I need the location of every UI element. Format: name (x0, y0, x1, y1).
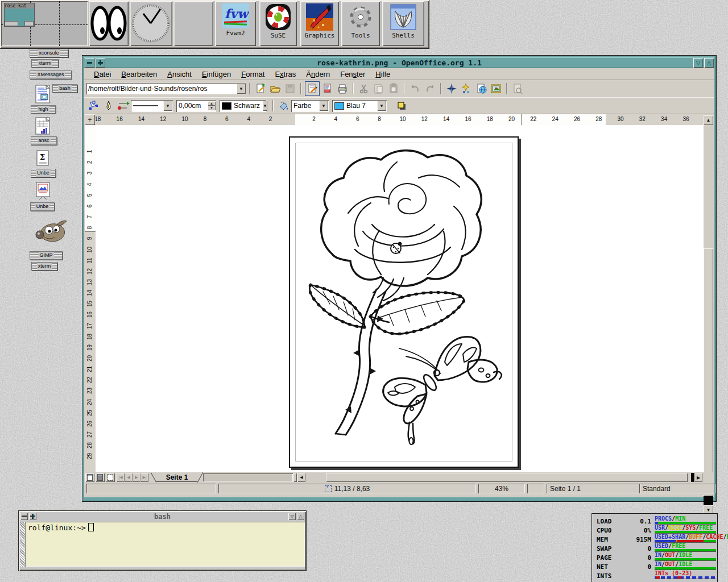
line-color-combobox[interactable]: Schwarz ▼ (220, 100, 266, 112)
window-menu-button[interactable] (85, 58, 94, 68)
menu-einfgen[interactable]: Einfügen (197, 69, 236, 80)
menu-extras[interactable]: Extras (270, 69, 301, 80)
export-pdf-icon[interactable] (321, 82, 334, 95)
last-page-icon[interactable]: ▶| (140, 473, 148, 482)
next-page-icon[interactable]: ▶ (133, 473, 140, 482)
redo-icon[interactable] (423, 82, 437, 95)
horizontal-ruler[interactable]: 1816141210864224681012141618202224262830… (96, 114, 704, 126)
new-icon[interactable] (254, 82, 267, 95)
navigator-icon[interactable] (445, 82, 458, 95)
document-page[interactable] (289, 136, 519, 468)
menu-ndern[interactable]: Ändern (301, 69, 335, 80)
fill-icon[interactable] (277, 99, 291, 113)
line-style-combobox[interactable]: ▼ (131, 100, 173, 112)
arrow-style-icon[interactable] (117, 99, 130, 113)
menu-datei[interactable]: Datei (89, 69, 116, 80)
terminal-iconify-button[interactable]: ▽ (288, 513, 296, 520)
status-template-cell[interactable]: Standard (639, 484, 715, 493)
print-icon[interactable] (336, 82, 349, 95)
writer-window-icon[interactable] (35, 85, 50, 103)
edit-file-icon[interactable] (305, 81, 320, 96)
icon-label-xterm[interactable]: xterm (31, 59, 59, 68)
page-view-icon[interactable] (85, 473, 94, 482)
fill-type-dropdown-icon[interactable]: ▼ (319, 101, 328, 111)
vertical-ruler[interactable]: 1234567891011121314151617181920212223242… (85, 125, 96, 472)
icon-label-gimp[interactable]: GIMP (30, 251, 63, 260)
line-color-dropdown-icon[interactable]: ▼ (263, 101, 267, 111)
icon-label-high[interactable]: high (31, 105, 56, 114)
scroll-right-icon[interactable]: ▶ (694, 473, 702, 482)
icon-label-xterm[interactable]: xterm (31, 262, 57, 271)
line-width-spin-icons[interactable]: ▲▼ (208, 101, 216, 110)
math-window-icon[interactable]: Σ (36, 150, 49, 166)
terminal-scrollbar[interactable] (20, 522, 26, 567)
menu-format[interactable]: Format (236, 69, 270, 80)
status-page-cell[interactable]: Seite 1 / 1 (547, 484, 640, 493)
fill-color-combobox[interactable]: Blau 7 ▼ (332, 100, 387, 112)
pen-icon[interactable] (102, 99, 115, 113)
icon-label-unbe[interactable]: Unbe (31, 169, 56, 177)
menu-hilfe[interactable]: Hilfe (370, 69, 395, 80)
paste-icon[interactable] (387, 82, 400, 95)
icon-label-xmessages[interactable]: XMessages (30, 70, 72, 79)
taskbar-button-tools[interactable]: Tools (341, 1, 380, 46)
undo-icon[interactable] (408, 82, 422, 95)
insert-graphics-icon[interactable] (489, 82, 503, 95)
pager-window-mini[interactable] (24, 21, 34, 26)
hyperlink-icon[interactable] (474, 82, 488, 95)
icon-label-ansc[interactable]: ansc (31, 136, 57, 145)
drawing-canvas[interactable] (96, 125, 704, 472)
icon-label-xconsole[interactable]: xconsole (30, 49, 68, 57)
line-width-spinbox[interactable]: 0,00cm ▲▼ (176, 100, 216, 112)
status-position-cell[interactable]: 11,13 / 8,63 (218, 484, 476, 493)
url-dropdown-icon[interactable]: ▼ (237, 84, 246, 94)
gallery-icon[interactable] (460, 82, 473, 95)
fill-type-combobox[interactable]: Farbe ▼ (291, 100, 329, 112)
pager[interactable]: rose-kat (1, 1, 88, 46)
open-icon[interactable] (268, 82, 282, 95)
scrollbar-splitter[interactable] (293, 473, 297, 482)
master-view-icon[interactable] (96, 473, 105, 482)
taskbar-button-fvwm2[interactable]: fvwmFvwm2 (215, 1, 256, 46)
url-combobox[interactable]: /home/rolf/Bilder-und-Sounds/rosen/ros ▼ (86, 83, 246, 94)
layer-view-icon[interactable] (106, 473, 115, 482)
terminal-title-bar[interactable]: bash ▽ △ (20, 512, 305, 521)
terminal-maximize-button[interactable]: △ (297, 513, 304, 520)
scroll-left-icon[interactable]: ◀ (297, 473, 305, 482)
scroll-up-icon[interactable]: ▲ (704, 115, 713, 125)
cut-icon[interactable] (357, 82, 371, 95)
menu-bearbeiten[interactable]: Bearbeiten (116, 69, 162, 80)
icon-label-unbe[interactable]: Unbe (30, 202, 55, 211)
vertical-scroll-thumb[interactable] (704, 248, 713, 496)
status-zoom-cell[interactable]: 43% (478, 484, 525, 493)
prev-page-icon[interactable]: ◀ (125, 473, 133, 482)
window-stick-button[interactable] (96, 58, 105, 68)
terminal-body[interactable]: rolf@linux:~> (20, 522, 305, 567)
horizontal-scroll-thumb[interactable] (326, 473, 688, 482)
maximize-button[interactable]: △ (704, 58, 714, 68)
save-icon[interactable] (283, 82, 297, 95)
first-page-icon[interactable]: |◀ (117, 473, 125, 482)
fill-color-dropdown-icon[interactable]: ▼ (377, 101, 386, 111)
edit-points-icon[interactable] (87, 99, 101, 113)
menu-fenster[interactable]: Fenster (335, 69, 370, 80)
ruler-origin-button[interactable]: + (85, 114, 95, 125)
copy-icon[interactable] (372, 82, 386, 95)
shadow-icon[interactable] (395, 99, 408, 113)
iconify-button[interactable]: ▽ (693, 58, 703, 68)
icon-label-bash[interactable]: bash (52, 84, 77, 93)
vertical-scrollbar[interactable]: ▲ ▼ (704, 114, 713, 472)
horizontal-scrollbar[interactable]: ▶ (305, 472, 713, 483)
imagemap-icon[interactable] (511, 82, 524, 95)
taskbar-button-suse[interactable]: SuSE (259, 1, 297, 46)
calc-window-icon[interactable] (35, 117, 50, 135)
terminal-stick-button[interactable] (29, 513, 36, 520)
line-style-dropdown-icon[interactable]: ▼ (163, 101, 172, 111)
taskbar-button-shells[interactable]: Shells (382, 1, 424, 46)
pager-window-mini[interactable] (5, 21, 18, 26)
taskbar-button-graphics[interactable]: Graphics (300, 1, 339, 46)
impress-window-icon[interactable] (36, 182, 50, 199)
terminal-menu-button[interactable] (20, 513, 28, 520)
title-bar[interactable]: rose-kathrin.png - OpenOffice.org 1.1 ▽ … (84, 57, 714, 68)
menu-ansicht[interactable]: Ansicht (162, 69, 197, 80)
